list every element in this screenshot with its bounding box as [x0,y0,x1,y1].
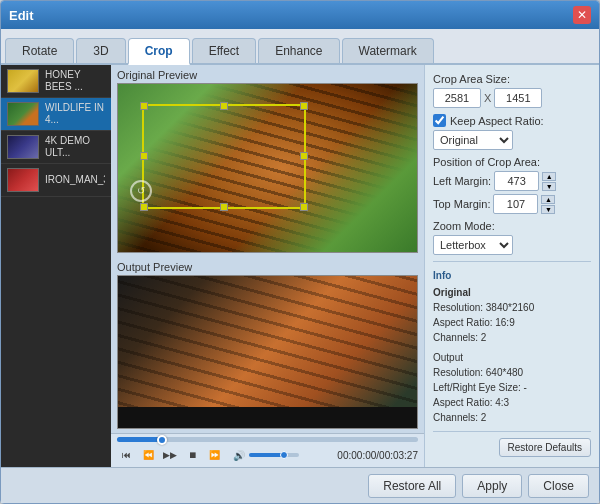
restore-defaults-button[interactable]: Restore Defaults [499,438,591,457]
original-channels: Channels: 2 [433,330,591,345]
tab-enhance[interactable]: Enhance [258,38,339,63]
info-section: Info Original Resolution: 3840*2160 Aspe… [433,268,591,425]
4k-thumbnail [7,135,39,159]
honey-label: HONEY BEES ... [45,69,105,93]
output-preview-canvas [117,275,418,429]
output-resolution: Resolution: 640*480 [433,365,591,380]
output-aspect: Aspect Ratio: 4:3 [433,395,591,410]
top-margin-input[interactable] [493,194,538,214]
volume-track[interactable] [249,453,299,457]
left-margin-input[interactable] [494,171,539,191]
edit-window: Edit ✕ Rotate 3D Crop Effect Enhance Wat… [0,0,600,504]
tab-effect[interactable]: Effect [192,38,256,63]
close-button[interactable]: Close [528,474,589,498]
player-bar: ⏮ ⏪ ▶▶ ⏹ ⏩ 🔊 00:00:00/00:03:27 [111,433,424,467]
crop-handle-br[interactable] [300,203,308,211]
left-margin-up[interactable]: ▲ [542,172,556,181]
output-preview-section: Output Preview [111,257,424,433]
progress-fill [117,437,162,442]
tab-3d[interactable]: 3D [76,38,125,63]
rotate-icon[interactable]: ↺ [130,180,152,202]
tab-bar: Rotate 3D Crop Effect Enhance Watermark [1,29,599,65]
original-info-title: Original [433,285,591,300]
crop-handle-bm[interactable] [220,203,228,211]
keep-aspect-checkbox[interactable] [433,114,446,127]
step-forward-button[interactable]: ⏩ [205,446,223,464]
progress-thumb[interactable] [157,435,167,445]
title-bar: Edit ✕ [1,1,599,29]
position-label: Position of Crop Area: [433,156,591,168]
output-preview-label: Output Preview [117,261,418,273]
stop-button[interactable]: ⏹ [183,446,201,464]
crop-box[interactable] [142,104,306,208]
restore-all-button[interactable]: Restore All [368,474,456,498]
crop-size-inputs: X [433,88,591,108]
output-info-title: Output [433,350,591,365]
divider-1 [433,261,591,262]
apply-button[interactable]: Apply [462,474,522,498]
volume-icon[interactable]: 🔊 [233,450,245,461]
crop-area-size-label: Crop Area Size: [433,73,591,85]
wildlife-thumbnail [7,102,39,126]
volume-thumb[interactable] [280,451,288,459]
progress-track[interactable] [117,437,418,442]
zoom-mode-select[interactable]: Letterbox [433,235,513,255]
player-controls: ⏮ ⏪ ▶▶ ⏹ ⏩ 🔊 00:00:00/00:03:27 [117,446,418,464]
original-aspect: Aspect Ratio: 16:9 [433,315,591,330]
left-margin-row: Left Margin: ▲ ▼ [433,171,591,191]
top-margin-label: Top Margin: [433,198,490,210]
output-tiger-image [118,276,417,428]
letterbox-bottom [118,407,417,428]
original-resolution: Resolution: 3840*2160 [433,300,591,315]
close-window-button[interactable]: ✕ [573,6,591,24]
crop-handle-mr[interactable] [300,152,308,160]
top-margin-spinners: ▲ ▼ [541,195,555,214]
crop-handle-tl[interactable] [140,102,148,110]
right-panel: Crop Area Size: X Keep Aspect Ratio: Ori… [424,65,599,467]
top-margin-row: Top Margin: ▲ ▼ [433,194,591,214]
step-back-button[interactable]: ⏪ [139,446,157,464]
window-title: Edit [9,8,573,23]
crop-handle-bl[interactable] [140,203,148,211]
original-preview-label: Original Preview [117,69,418,81]
main-panel: Original Preview ↺ [111,65,424,467]
aspect-ratio-select[interactable]: Original [433,130,513,150]
crop-handle-tr[interactable] [300,102,308,110]
skip-to-start-button[interactable]: ⏮ [117,446,135,464]
bottom-bar: Restore All Apply Close [1,467,599,503]
iron-thumbnail [7,168,39,192]
crop-area-size-group: Crop Area Size: X [433,73,591,108]
position-group: Position of Crop Area: Left Margin: ▲ ▼ … [433,156,591,214]
zoom-mode-group: Zoom Mode: Letterbox [433,220,591,255]
wildlife-label: WILDLIFE IN 4... [45,102,105,126]
original-preview-canvas: ↺ [117,83,418,253]
top-margin-up[interactable]: ▲ [541,195,555,204]
sidebar-item-honey[interactable]: HONEY BEES ... [1,65,111,98]
x-separator: X [484,92,491,104]
output-lr-eye: Left/Right Eye Size: - [433,380,591,395]
honey-thumbnail [7,69,39,93]
crop-height-input[interactable] [494,88,542,108]
crop-handle-tm[interactable] [220,102,228,110]
tab-watermark[interactable]: Watermark [342,38,434,63]
output-channels: Channels: 2 [433,410,591,425]
left-margin-spinners: ▲ ▼ [542,172,556,191]
zoom-mode-label: Zoom Mode: [433,220,591,232]
crop-width-input[interactable] [433,88,481,108]
top-margin-down[interactable]: ▼ [541,205,555,214]
play-button[interactable]: ▶▶ [161,446,179,464]
keep-aspect-label: Keep Aspect Ratio: [450,115,544,127]
tab-crop[interactable]: Crop [128,38,190,65]
crop-handle-ml[interactable] [140,152,148,160]
volume-fill [249,453,284,457]
aspect-ratio-group: Keep Aspect Ratio: Original [433,114,591,150]
sidebar-item-4k[interactable]: 4K DEMO ULT... [1,131,111,164]
sidebar-item-iron[interactable]: IRON_MAN_3... [1,164,111,197]
left-margin-down[interactable]: ▼ [542,182,556,191]
file-list: HONEY BEES ... WILDLIFE IN 4... 4K DEMO … [1,65,111,467]
4k-label: 4K DEMO ULT... [45,135,105,159]
content-area: HONEY BEES ... WILDLIFE IN 4... 4K DEMO … [1,65,599,467]
sidebar-item-wildlife[interactable]: WILDLIFE IN 4... [1,98,111,131]
divider-2 [433,431,591,432]
tab-rotate[interactable]: Rotate [5,38,74,63]
